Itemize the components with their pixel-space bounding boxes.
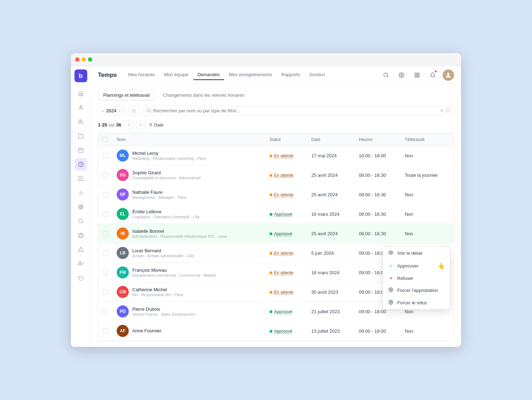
search-input[interactable] [154, 108, 438, 113]
col-statut: Statut [265, 133, 307, 146]
sidebar-item-group[interactable] [74, 116, 87, 128]
maximize-dot[interactable] [88, 57, 92, 62]
remote-cell-9: Non [400, 321, 454, 341]
cursor-indicator: 👆 [438, 263, 445, 269]
person-cell-8: PD Pierre Dubois Ventes France - Sales D… [117, 305, 261, 317]
col-teletravail: Télétravail [400, 133, 454, 146]
ctx-voir-detail[interactable]: Voir le détail [383, 247, 450, 259]
row-checkbox-2[interactable] [102, 192, 108, 197]
person-sub-4: Administration - Responsable téléphoniqu… [132, 234, 227, 238]
sidebar-item-alert[interactable] [74, 243, 87, 256]
sidebar-item-folder[interactable] [74, 130, 87, 142]
svg-point-1 [79, 120, 81, 122]
search-info-btn[interactable]: ⓘ [446, 108, 450, 114]
svg-point-0 [80, 106, 82, 107]
user-avatar[interactable] [443, 69, 454, 81]
force-refuse-icon [388, 300, 394, 306]
remote-cell-3: Non [400, 204, 454, 224]
sidebar-item-target[interactable] [74, 201, 87, 213]
sidebar-item-search-person[interactable] [74, 215, 87, 227]
pagination-row: 1-25 sur 36 ‹ › Date [98, 120, 454, 129]
person-sub-8: Ventes France - Sales Development [132, 312, 195, 316]
row-checkbox-6[interactable] [102, 270, 108, 275]
person-sub-3: Logistique - Opérateur d'entrepôt - Lill… [132, 215, 200, 219]
favorite-btn[interactable]: ☆ [128, 105, 139, 116]
row-checkbox-1[interactable] [102, 173, 108, 178]
date-cell-5: 5 juin 2024 [307, 243, 355, 263]
sub-tab-changements[interactable]: Changements dans les relevés horaires [158, 90, 250, 100]
row-checkbox-3[interactable] [102, 212, 108, 217]
person-avatar-8: PD [117, 305, 129, 317]
row-checkbox-0[interactable] [102, 153, 108, 158]
status-badge-9: Approuvé [270, 329, 292, 334]
row-checkbox-7[interactable] [102, 289, 108, 295]
row-checkbox-8[interactable] [102, 309, 108, 314]
sidebar-item-home[interactable] [74, 87, 87, 100]
pagination-next-btn[interactable]: › [136, 120, 145, 129]
date-cell-8: 21 juillet 2023 [307, 302, 355, 321]
table-row[interactable]: IB Isabelle Bonnet Administration - Resp… [98, 224, 454, 243]
settings-icon-btn[interactable] [396, 69, 407, 81]
search-clear-btn[interactable]: ✕ [440, 108, 444, 113]
ctx-refuser[interactable]: ✕ Refuser [383, 272, 450, 284]
tab-mon-equipe[interactable]: Mon équipe [160, 70, 193, 80]
row-checkbox-4[interactable] [102, 231, 108, 236]
status-badge-3: Approuvé [270, 212, 292, 217]
sub-tab-plannings[interactable]: Plannings et télétravail [98, 90, 155, 100]
person-name-1: Sophie Girard [132, 170, 201, 175]
date-cell-6: 16 mars 2024 [307, 263, 355, 282]
remote-cell-2: Non [400, 185, 454, 204]
tab-enregistrements[interactable]: Mes enregistrements [225, 70, 276, 80]
person-avatar-3: EL [117, 208, 129, 220]
tab-rapports[interactable]: Rapports [277, 70, 304, 80]
person-avatar-5: LB [117, 247, 129, 259]
minimize-dot[interactable] [82, 57, 86, 62]
ctx-approuver[interactable]: ✓ Approuver 👆 [383, 259, 450, 272]
year-label: 2024 [106, 108, 116, 113]
pagination-prev-btn[interactable]: ‹ [124, 120, 133, 129]
sidebar-item-calendar[interactable] [74, 144, 87, 157]
svg-point-10 [78, 204, 83, 209]
sidebar-item-history[interactable] [74, 271, 87, 284]
tab-mes-horaires[interactable]: Mes horaires [124, 70, 159, 80]
tab-demandes[interactable]: Demandes [193, 70, 224, 80]
person-cell-6: FM François Moreau Département commercia… [117, 266, 261, 278]
table-row[interactable]: EL Émilie Lefèvre Logistique - Opérateur… [98, 204, 454, 224]
row-checkbox-9[interactable] [102, 328, 108, 334]
table-row[interactable]: AF Anne Fournier Approuvé 13 juillet 202… [98, 321, 454, 341]
sidebar-item-person[interactable] [74, 101, 87, 114]
ctx-forcer-refus[interactable]: Forcer le refus [383, 297, 450, 309]
table-row[interactable]: SG Sophie Girard Comptabilité et trésore… [98, 165, 454, 185]
sidebar-item-user-add[interactable] [74, 257, 87, 270]
row-checkbox-5[interactable] [102, 250, 108, 256]
person-sub-6: Département commercial - Commercial - Ma… [132, 273, 216, 277]
table-row[interactable]: ML Michel Leroy Marketing - Responsable … [98, 146, 454, 165]
status-badge-2: En attente [270, 192, 294, 197]
svg-point-11 [79, 205, 82, 208]
sidebar-item-check[interactable] [74, 172, 87, 185]
year-nav[interactable]: ‹ 2024 › [98, 106, 125, 115]
table-row[interactable]: NF Nathalie Faure Management - Manager -… [98, 185, 454, 204]
svg-rect-27 [415, 75, 417, 77]
person-cell-2: NF Nathalie Faure Management - Manager -… [117, 188, 261, 201]
select-all-checkbox[interactable] [102, 137, 108, 142]
year-next-btn[interactable]: › [118, 108, 121, 113]
sidebar-item-briefcase[interactable] [74, 229, 87, 242]
nav-tabs: Mes horaires Mon équipe Demandes Mes enr… [124, 70, 373, 80]
person-name-7: Catherine Michel [132, 287, 183, 292]
sidebar: b [71, 66, 91, 347]
svg-point-23 [401, 74, 402, 76]
ctx-forcer-approbation[interactable]: Forcer l'approbation [383, 284, 450, 297]
apps-icon-btn[interactable] [411, 69, 423, 81]
sidebar-item-chart[interactable] [74, 186, 87, 199]
close-dot[interactable] [75, 57, 79, 62]
search-icon-btn[interactable] [380, 69, 392, 81]
sidebar-item-clock[interactable] [74, 158, 87, 171]
year-prev-btn[interactable]: ‹ [101, 108, 105, 113]
tab-gestion[interactable]: Gestion [305, 70, 329, 80]
col-nom: Nom [112, 133, 265, 146]
person-cell-9: AF Anne Fournier [117, 325, 261, 337]
notification-icon-btn[interactable] [427, 69, 438, 81]
ctx-voir-detail-label: Voir le détail [397, 250, 422, 256]
sort-date-btn[interactable]: Date [148, 122, 164, 128]
